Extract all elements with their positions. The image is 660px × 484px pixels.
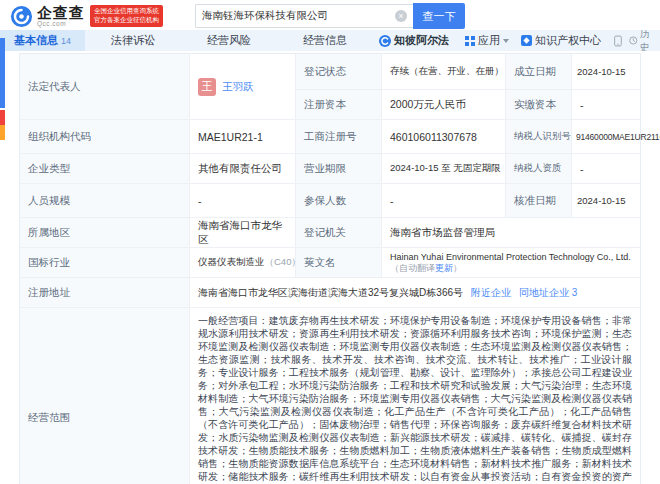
zhibi-alpha-icon [379, 35, 391, 47]
tabbar-right-icons: 历史 SVIP 会员服务 [607, 30, 660, 51]
reg-capital-value: 2000万元人民币 [382, 90, 506, 120]
apps-label: 应用 [478, 33, 500, 48]
field-label-company-type: 企业类型 [20, 154, 190, 184]
industry-name: 仪器仪表制造业 [198, 256, 265, 269]
tab-basic-info-label: 基本信息 [14, 33, 58, 48]
reg-authority-value: 海南省市场监督管理局 [382, 218, 640, 248]
tab-basic-info-count: 14 [61, 36, 71, 46]
company-type-value: 其他有限责任公司 [190, 154, 296, 184]
ip-center-label: 知识产权中心 [535, 33, 601, 48]
field-label-reg-capital: 注册资本 [296, 90, 382, 120]
field-label-biz-term: 营业期限 [296, 154, 382, 184]
field-label-reg-authority: 登记机关 [296, 218, 382, 248]
field-label-staff-size: 人员规模 [20, 184, 190, 218]
tab-basic-info[interactable]: 基本信息 14 [0, 30, 85, 51]
reg-address-text: 海南省海口市龙华区滨海街道滨海大道32号复兴城D栋366号 [198, 286, 463, 300]
left-accent-strip-blue [0, 38, 5, 108]
tab-risk-label: 经营风险 [207, 33, 251, 48]
gov-badge-line1: 全国企业信用查询系统 [94, 7, 159, 16]
taxpayer-qual-value: - [572, 154, 640, 184]
field-label-legal-rep: 法定代表人 [20, 54, 190, 120]
apps-menu[interactable]: 应用 [459, 30, 515, 51]
ip-center-entry[interactable]: 知识产权中心 [515, 30, 607, 51]
history-icon [629, 35, 638, 46]
logo-cn: 企查查 [37, 5, 85, 20]
taxpayer-id-value: 91460000MAE1UR211Q [572, 120, 640, 154]
auto-translate-note-close: ） [453, 263, 462, 273]
history-button[interactable]: 历史 [629, 30, 656, 51]
tab-bar: 基本信息 14 法律诉讼 经营风险 经营信息 知彼阿尔法 应用 知识产权中心 [0, 30, 660, 51]
field-label-est-date: 成立日期 [506, 54, 572, 90]
org-code-value: MAE1UR21-1 [190, 120, 296, 154]
left-accent-strip-red [0, 110, 5, 125]
tab-operation[interactable]: 经营信息 [277, 30, 373, 51]
biz-term-value: 2024-10-15 至 无固定期限 [382, 154, 506, 184]
gov-badge: 全国企业信用查询系统 官方备案企业征信机构 [90, 5, 163, 27]
qcc-logo-icon[interactable] [10, 5, 33, 28]
legal-rep-link[interactable]: 王羽跃 [222, 80, 254, 94]
company-basic-info-table: 法定代表人 王 王羽跃 登记状态 存续（在营、开业、在册） 成立日期 2024-… [19, 53, 641, 484]
mobile-icon[interactable] [614, 34, 622, 48]
ip-center-icon [521, 35, 532, 46]
logo-text[interactable]: 企查查 Qcc.com [37, 5, 85, 28]
region-value: 海南省海口市龙华区 [190, 218, 296, 248]
english-name-text: Hainan Yuhai Environmental Protection Te… [390, 252, 631, 262]
est-date-value: 2024-10-15 [572, 54, 640, 90]
legal-rep-value: 王 王羽跃 [190, 54, 296, 120]
field-label-business-scope: 经营范围 [20, 308, 190, 484]
search-button[interactable]: 查一下 [413, 3, 465, 29]
reg-status-value: 存续（在营、开业、在册） [382, 54, 506, 90]
field-label-insured-count: 参保人数 [296, 184, 382, 218]
approval-date-value: 2024-10-15 [572, 184, 640, 218]
field-label-reg-address: 注册地址 [20, 278, 190, 308]
site-header: 企查查 Qcc.com 全国企业信用查询系统 官方备案企业征信机构 × 查一下 [0, 0, 660, 30]
industry-value: 仪器仪表制造业 （C40） [190, 248, 296, 278]
tab-risk[interactable]: 经营风险 [181, 30, 277, 51]
insured-count-value: - [382, 184, 506, 218]
translate-update-link[interactable]: 更新 [435, 263, 453, 273]
search-box[interactable]: × [195, 4, 413, 28]
tab-legal-label: 法律诉讼 [111, 33, 155, 48]
apps-grid-icon [465, 36, 475, 46]
nearby-companies-link[interactable]: 附近企业 [471, 286, 511, 300]
paid-capital-value: - [572, 90, 640, 120]
field-label-taxpayer-qual: 纳税人资质 [506, 154, 572, 184]
field-label-approval-date: 核准日期 [506, 184, 572, 218]
history-label: 历史 [640, 30, 656, 51]
tab-legal[interactable]: 法律诉讼 [85, 30, 181, 51]
field-label-paid-capital: 实缴资本 [506, 90, 572, 120]
field-label-industry: 国标行业 [20, 248, 190, 278]
chevron-down-icon[interactable] [305, 260, 314, 266]
search-input[interactable] [202, 10, 395, 22]
tab-operation-label: 经营信息 [303, 33, 347, 48]
english-name-value: Hainan Yuhai Environmental Protection Te… [382, 248, 640, 278]
staff-size-value: - [190, 184, 296, 218]
caret-down-icon [503, 39, 509, 43]
business-scope-text: 一般经营项目：建筑废弃物再生技术研发；环境保护专用设备制造；环境保护专用设备销售… [190, 308, 640, 484]
same-address-companies-link[interactable]: 同地址企业 3 [519, 286, 577, 300]
reg-address-value: 海南省海口市龙华区滨海街道滨海大道32号复兴城D栋366号 附近企业 同地址企业… [190, 278, 640, 308]
auto-translate-note: （自动翻译 [390, 263, 435, 273]
industry-code: （C40） [265, 256, 301, 269]
field-label-org-code: 组织机构代码 [20, 120, 190, 154]
clear-search-icon[interactable]: × [395, 10, 407, 22]
avatar: 王 [198, 78, 216, 96]
field-label-region: 所属地区 [20, 218, 190, 248]
biz-reg-no-value: 460106011307678 [382, 120, 506, 154]
left-accent-strip-orange [0, 125, 5, 140]
field-label-reg-status: 登记状态 [296, 54, 382, 90]
search-bar: × 查一下 [195, 3, 465, 29]
zhibi-alpha-label: 知彼阿尔法 [394, 33, 449, 48]
field-label-taxpayer-id: 纳税人识别号 [506, 120, 572, 154]
gov-badge-line2: 官方备案企业征信机构 [94, 16, 159, 25]
field-label-biz-reg-no: 工商注册号 [296, 120, 382, 154]
zhibi-alpha-entry[interactable]: 知彼阿尔法 [373, 30, 455, 51]
logo-en: Qcc.com [37, 21, 85, 28]
